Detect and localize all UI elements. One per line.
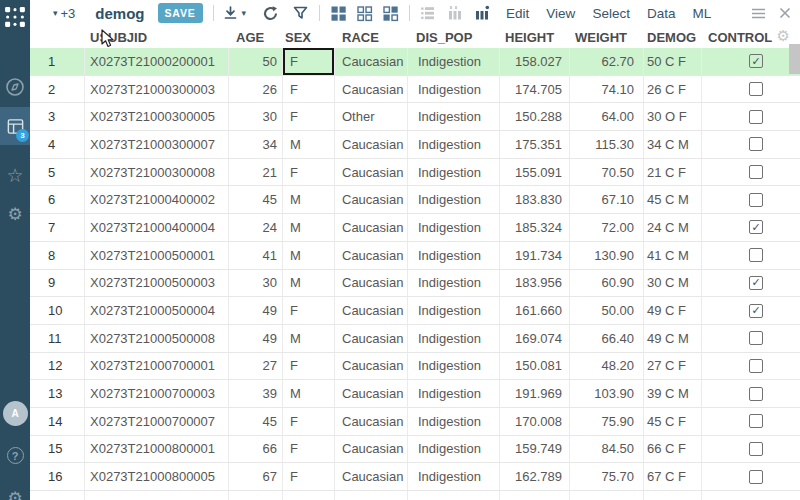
cell-demog[interactable]: 39 C M: [644, 380, 702, 407]
row-number[interactable]: 11: [30, 325, 85, 352]
column-header-sex[interactable]: SEX: [283, 26, 335, 48]
cell-weight[interactable]: 67.10: [570, 186, 644, 213]
cell-weight[interactable]: 84.50: [570, 436, 644, 463]
cell-dis_pop[interactable]: Indigestion: [408, 325, 500, 352]
cell-height[interactable]: 158.027: [500, 48, 570, 75]
cell-sex[interactable]: M: [283, 325, 335, 352]
cell-age[interactable]: 41: [229, 242, 283, 269]
control-checkbox[interactable]: [749, 470, 763, 484]
row-number[interactable]: 2: [30, 76, 85, 103]
control-checkbox[interactable]: [749, 137, 763, 151]
cell-height[interactable]: 150.288: [500, 103, 570, 130]
cell-race[interactable]: Caucasian: [335, 408, 408, 435]
column-header-weight[interactable]: WEIGHT: [570, 26, 644, 48]
cell-height[interactable]: 150.081: [500, 353, 570, 380]
cell-sex[interactable]: F: [283, 436, 335, 463]
sidebar-user[interactable]: A: [0, 401, 30, 426]
cell-age[interactable]: 66: [229, 436, 283, 463]
view-grid-mixed-button[interactable]: [382, 5, 399, 22]
cell-sex[interactable]: F: [283, 463, 335, 490]
control-checkbox[interactable]: [749, 110, 763, 124]
cell-weight[interactable]: 60.90: [570, 270, 644, 297]
menu-select[interactable]: Select: [592, 6, 630, 21]
remove-columns-button[interactable]: [447, 5, 463, 21]
cell-demog[interactable]: 21 C F: [644, 159, 702, 186]
cell-demog[interactable]: 30 C M: [644, 270, 702, 297]
column-header-race[interactable]: RACE: [335, 26, 408, 48]
cell-weight[interactable]: 75.90: [570, 408, 644, 435]
cell-demog[interactable]: 50 C F: [644, 48, 702, 75]
view-grid-all-button[interactable]: [330, 5, 347, 22]
save-button[interactable]: SAVE: [158, 3, 203, 23]
download-button[interactable]: [223, 5, 238, 21]
cell-usubjid[interactable]: X0273T21000700001: [85, 353, 229, 380]
cell-age[interactable]: 39: [229, 380, 283, 407]
cell-dis_pop[interactable]: Indigestion: [408, 48, 500, 75]
cell-demog[interactable]: 41 C M: [644, 242, 702, 269]
cell-height[interactable]: 162.789: [500, 463, 570, 490]
cell-dis_pop[interactable]: Indigestion: [408, 214, 500, 241]
control-checkbox[interactable]: [749, 165, 763, 179]
cell-race[interactable]: Caucasian: [335, 186, 408, 213]
vertical-scrollbar-thumb[interactable]: [789, 44, 800, 74]
control-checkbox[interactable]: [749, 331, 763, 345]
column-settings-button[interactable]: ⚙: [777, 28, 790, 43]
cell-weight[interactable]: 64.00: [570, 103, 644, 130]
cell-dis_pop[interactable]: Indigestion: [408, 380, 500, 407]
cell-height[interactable]: 169.074: [500, 325, 570, 352]
cell-height[interactable]: 185.324: [500, 214, 570, 241]
cell-height[interactable]: 183.830: [500, 186, 570, 213]
cell-usubjid[interactable]: X0273T21000800001: [85, 436, 229, 463]
cell-demog[interactable]: 27 C F: [644, 353, 702, 380]
cell-age[interactable]: 26: [229, 76, 283, 103]
cell-height[interactable]: 159.749: [500, 436, 570, 463]
cell-demog[interactable]: 67 C F: [644, 463, 702, 490]
cell-usubjid[interactable]: X0273T21000500008: [85, 325, 229, 352]
more-versions-count[interactable]: +3: [61, 6, 76, 21]
cell-usubjid[interactable]: X0273T21000300008: [85, 159, 229, 186]
cell-sex[interactable]: F: [283, 353, 335, 380]
cell-age[interactable]: 50: [229, 48, 283, 75]
cell-race[interactable]: Caucasian: [335, 270, 408, 297]
cell-sex[interactable]: F: [283, 48, 335, 75]
cell-age[interactable]: 45: [229, 408, 283, 435]
cell-weight[interactable]: 103.90: [570, 380, 644, 407]
sidebar-item-settings[interactable]: ⚙: [0, 486, 30, 500]
row-number[interactable]: 7: [30, 214, 85, 241]
cell-age[interactable]: 67: [229, 463, 283, 490]
add-rows-button[interactable]: [420, 5, 436, 21]
cell-race[interactable]: Caucasian: [335, 380, 408, 407]
cell-dis_pop[interactable]: Indigestion: [408, 242, 500, 269]
cell-sex[interactable]: F: [283, 408, 335, 435]
menu-view[interactable]: View: [546, 6, 575, 21]
cell-dis_pop[interactable]: Indigestion: [408, 103, 500, 130]
cell-race[interactable]: Caucasian: [335, 242, 408, 269]
cell-usubjid[interactable]: X0273T21000300003: [85, 76, 229, 103]
cell-sex[interactable]: F: [283, 159, 335, 186]
row-number[interactable]: 13: [30, 380, 85, 407]
cell-sex[interactable]: F: [283, 297, 335, 324]
cell-weight[interactable]: 70.50: [570, 159, 644, 186]
row-number[interactable]: 4: [30, 131, 85, 158]
cell-race[interactable]: Caucasian: [335, 353, 408, 380]
cell-dis_pop[interactable]: Indigestion: [408, 270, 500, 297]
cell-demog[interactable]: 66 C F: [644, 436, 702, 463]
cell-height[interactable]: [500, 491, 570, 500]
cell-demog[interactable]: 26 C F: [644, 76, 702, 103]
sidebar-item-explore[interactable]: [0, 74, 30, 100]
cell-race[interactable]: Other: [335, 103, 408, 130]
add-column-button[interactable]: [474, 5, 490, 21]
menu-edit[interactable]: Edit: [506, 6, 529, 21]
row-number[interactable]: 8: [30, 242, 85, 269]
sidebar-item-help[interactable]: ?: [0, 447, 30, 464]
row-number[interactable]: 1: [30, 48, 85, 75]
cell-dis_pop[interactable]: Indigestion: [408, 408, 500, 435]
cell-weight[interactable]: 48.20: [570, 353, 644, 380]
cell-demog[interactable]: 34 C M: [644, 131, 702, 158]
control-checkbox[interactable]: [749, 54, 763, 68]
row-number[interactable]: 15: [30, 436, 85, 463]
cell-weight[interactable]: 66.40: [570, 325, 644, 352]
control-checkbox[interactable]: [749, 193, 763, 207]
row-number[interactable]: 10: [30, 297, 85, 324]
cell-age[interactable]: 49: [229, 297, 283, 324]
